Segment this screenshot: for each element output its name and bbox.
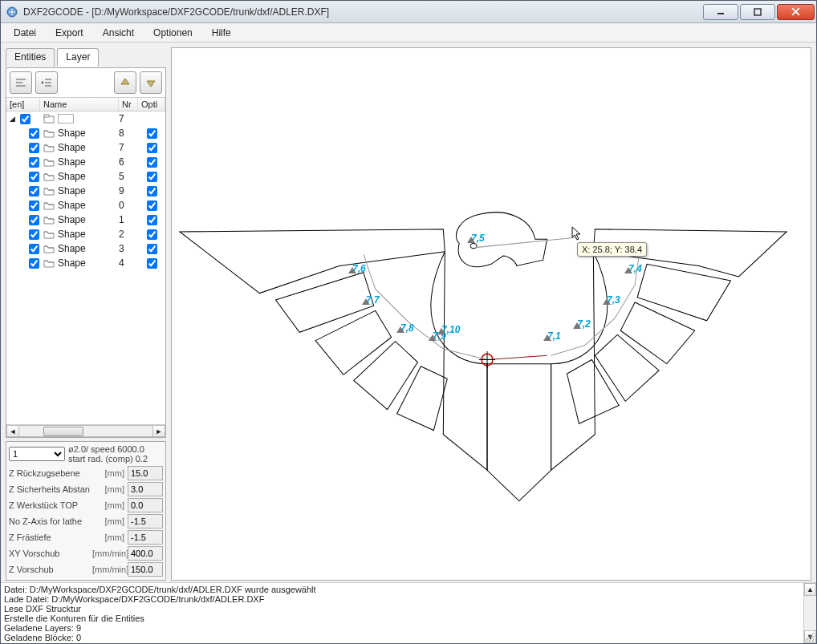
menu-optionen[interactable]: Optionen — [144, 25, 202, 41]
param-unit: [mm/min] — [92, 565, 128, 574]
shape-marker-icon — [543, 334, 551, 341]
tab-layer[interactable]: Layer — [57, 48, 99, 67]
shape-marker-icon — [362, 298, 370, 305]
shape-opt-checkbox[interactable] — [147, 244, 157, 254]
tree-row[interactable]: Shape5 — [6, 169, 165, 184]
shape-enable-checkbox[interactable] — [29, 186, 39, 196]
folder-icon — [43, 172, 55, 181]
param-value[interactable] — [128, 546, 163, 561]
shape-nr: 3 — [119, 243, 138, 254]
shape-enable-checkbox[interactable] — [29, 143, 39, 153]
param-label: Z Werkstück TOP — [9, 500, 92, 510]
shape-opt-checkbox[interactable] — [147, 143, 157, 153]
tree-row[interactable]: Shape3 — [6, 241, 165, 256]
titlebar: DXF2GCODE - [D:/MyWorkspace/DXF2GCODE/tr… — [1, 1, 816, 23]
move-down-button[interactable] — [140, 71, 162, 94]
shape-enable-checkbox[interactable] — [29, 157, 39, 168]
shape-nr: 7 — [119, 142, 138, 153]
scroll-left-icon[interactable]: ◄ — [6, 425, 19, 437]
drawing-canvas[interactable]: 7,57,67,77,87,97,107,17,27,37,4 X: 25.8;… — [171, 47, 811, 581]
shape-enable-checkbox[interactable] — [29, 215, 39, 225]
log-text[interactable]: Datei: D:/MyWorkspace/DXF2GCODE/trunk/dx… — [1, 583, 803, 643]
tree-root-row[interactable]: ◢ 7 — [6, 111, 165, 126]
tree-row[interactable]: Shape1 — [6, 213, 165, 227]
shape-opt-checkbox[interactable] — [147, 200, 157, 211]
shape-enable-checkbox[interactable] — [29, 128, 39, 139]
shape-nr: 9 — [119, 185, 138, 196]
shape-nr: 0 — [119, 200, 138, 211]
shape-opt-checkbox[interactable] — [147, 157, 157, 168]
shape-enable-checkbox[interactable] — [29, 200, 39, 211]
tree-row[interactable]: Shape0 — [6, 198, 165, 213]
tool-select[interactable]: 1 — [9, 447, 65, 461]
tool-info-2: start rad. (comp) 0.2 — [68, 454, 163, 464]
shape-opt-checkbox[interactable] — [147, 215, 157, 225]
scroll-thumb[interactable] — [43, 427, 83, 436]
menu-hilfe[interactable]: Hilfe — [202, 25, 241, 41]
shape-name: Shape — [58, 156, 86, 168]
shape-name: Shape — [58, 142, 86, 153]
shape-opt-checkbox[interactable] — [147, 172, 157, 182]
col-enable[interactable]: [en] — [6, 98, 40, 111]
col-opt[interactable]: Opti — [138, 98, 165, 111]
shape-opt-checkbox[interactable] — [147, 229, 157, 240]
param-unit: [mm/min] — [92, 549, 128, 558]
cursor-icon — [571, 226, 583, 243]
expand-toggle-icon[interactable]: ◢ — [10, 115, 15, 123]
shape-name: Shape — [58, 229, 86, 240]
scroll-right-icon[interactable]: ► — [152, 425, 165, 437]
sidebar-tabs: Entities Layer — [6, 47, 166, 66]
tree-row[interactable]: Shape2 — [6, 227, 165, 241]
shape-marker-icon — [467, 237, 475, 243]
root-enable-checkbox[interactable] — [20, 114, 30, 124]
menu-datei[interactable]: Datei — [4, 25, 46, 41]
folder-icon — [43, 244, 55, 253]
param-value[interactable] — [128, 562, 163, 577]
menu-ansicht[interactable]: Ansicht — [93, 25, 144, 41]
folder-icon — [43, 229, 55, 239]
folder-icon — [43, 186, 55, 196]
param-value[interactable] — [128, 498, 163, 512]
param-label: Z Sicherheits Abstan — [9, 484, 92, 494]
shape-opt-checkbox[interactable] — [147, 128, 157, 139]
tree-row[interactable]: Shape4 — [6, 256, 165, 270]
param-value[interactable] — [128, 482, 163, 496]
indent-button[interactable] — [35, 71, 58, 94]
shape-opt-checkbox[interactable] — [147, 186, 157, 196]
menu-export[interactable]: Export — [46, 25, 93, 41]
param-value[interactable] — [128, 514, 163, 529]
param-row: XY Vorschub[mm/min] — [9, 545, 163, 561]
tree-row[interactable]: Shape8 — [6, 126, 165, 140]
param-unit: [mm] — [92, 533, 128, 542]
align-left-button[interactable] — [10, 71, 32, 94]
col-name[interactable]: Name — [40, 98, 119, 111]
svg-marker-13 — [147, 81, 155, 87]
scroll-up-icon[interactable]: ▲ — [804, 583, 816, 596]
shape-enable-checkbox[interactable] — [29, 172, 39, 182]
folder-icon — [43, 200, 55, 210]
shape-nr: 6 — [119, 156, 138, 168]
tree-row[interactable]: Shape9 — [6, 184, 165, 198]
tree-row[interactable]: Shape7 — [6, 140, 165, 155]
shape-opt-checkbox[interactable] — [147, 258, 157, 269]
col-nr[interactable]: Nr — [119, 98, 138, 111]
param-value[interactable] — [128, 530, 163, 545]
shape-enable-checkbox[interactable] — [29, 258, 39, 269]
minimize-button[interactable] — [703, 4, 738, 20]
tree-row[interactable]: Shape6 — [6, 155, 165, 169]
svg-rect-2 — [754, 9, 761, 15]
tab-entities[interactable]: Entities — [6, 48, 55, 67]
shape-marker-icon — [573, 322, 581, 329]
shape-enable-checkbox[interactable] — [29, 229, 39, 240]
tree-hscrollbar[interactable]: ◄ ► — [6, 424, 165, 437]
param-value[interactable] — [128, 466, 163, 480]
shape-enable-checkbox[interactable] — [29, 244, 39, 254]
resize-grip-icon[interactable] — [803, 630, 815, 642]
shape-name: Shape — [58, 243, 86, 254]
shape-name: Shape — [58, 128, 86, 139]
parameters-panel: 1 ø2.0/ speed 6000.0 start rad. (comp) 0… — [6, 441, 166, 581]
maximize-button[interactable] — [740, 4, 775, 20]
move-up-button[interactable] — [114, 71, 136, 94]
close-button[interactable] — [777, 4, 815, 20]
layer-tree[interactable]: ◢ 7 Shape8Shape7Shape6Shape5Shape9Shape0… — [6, 111, 165, 424]
